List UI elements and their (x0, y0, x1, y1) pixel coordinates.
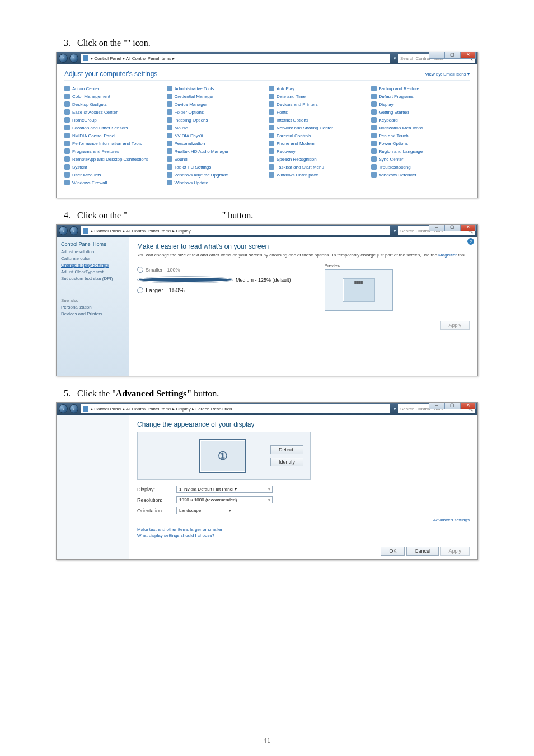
cp-item-notification-area-icons[interactable]: Notification Area Icons (371, 124, 470, 131)
sidebar-item-custom-dpi[interactable]: Set custom text size (DPI) (61, 276, 124, 281)
close-button[interactable]: ✕ (460, 224, 476, 231)
forward-button[interactable]: › (69, 54, 78, 63)
cp-item-date-and-time[interactable]: Date and Time (269, 93, 368, 100)
cp-item-tablet-pc-settings[interactable]: Tablet PC Settings (167, 164, 266, 170)
cp-item-device-manager[interactable]: Device Manager (167, 101, 266, 108)
cp-item-folder-options[interactable]: Folder Options (167, 109, 266, 115)
minimize-button[interactable]: – (429, 52, 444, 59)
help-icon[interactable]: ? (467, 238, 474, 245)
cp-item-windows-anytime-upgrade[interactable]: Windows Anytime Upgrade (167, 171, 266, 178)
radio-larger[interactable]: Larger - 150% (137, 287, 291, 293)
monitor-1[interactable]: ① (199, 439, 246, 473)
cp-item-color-management[interactable]: Color Management (64, 93, 163, 100)
minimize-button[interactable]: – (429, 402, 444, 409)
cp-item-homegroup[interactable]: HomeGroup (64, 116, 163, 123)
resolution-select[interactable]: 1920 × 1080 (recommended) (176, 496, 273, 503)
cp-item-pen-and-touch[interactable]: Pen and Touch (371, 132, 470, 139)
cp-item-windows-defender[interactable]: Windows Defender (371, 171, 470, 178)
apply-button[interactable]: Apply (440, 321, 470, 330)
cp-item-backup-and-restore[interactable]: Backup and Restore (371, 85, 470, 92)
cp-item-internet-options[interactable]: Internet Options (269, 116, 368, 123)
cp-item-remoteapp-and-desktop-connections[interactable]: RemoteApp and Desktop Connections (64, 156, 163, 162)
cp-item-network-and-sharing-center[interactable]: Network and Sharing Center (269, 124, 368, 131)
cp-item-personalization[interactable]: Personalization (167, 140, 266, 147)
maximize-button[interactable]: ▢ (444, 224, 460, 231)
cp-item-label: Troubleshooting (379, 165, 411, 170)
cp-item-default-programs[interactable]: Default Programs (371, 93, 470, 100)
advanced-settings-link[interactable]: Advanced settings (137, 517, 470, 522)
cp-icon (167, 156, 172, 162)
identify-button[interactable]: Identify (270, 458, 303, 466)
cp-item-phone-and-modem[interactable]: Phone and Modem (269, 140, 368, 147)
cp-item-indexing-options[interactable]: Indexing Options (167, 116, 266, 123)
display-select[interactable]: 1. Nvidia Default Flat Panel ▾ (176, 486, 273, 493)
cp-item-fonts[interactable]: Fonts (269, 109, 368, 115)
cp-item-system[interactable]: System (64, 164, 163, 170)
cp-item-autoplay[interactable]: AutoPlay (269, 85, 368, 92)
cp-item-taskbar-and-start-menu[interactable]: Taskbar and Start Menu (269, 164, 368, 170)
cp-item-getting-started[interactable]: Getting Started (371, 109, 470, 115)
cp-item-realtek-hd-audio-manager[interactable]: Realtek HD Audio Manager (167, 148, 266, 155)
cp-item-desktop-gadgets[interactable]: Desktop Gadgets (64, 101, 163, 108)
breadcrumb[interactable]: ▸ Control Panel ▸ All Control Panel Item… (81, 226, 390, 235)
radio-medium[interactable]: Medium - 125% (default) (137, 276, 291, 283)
view-by[interactable]: View by: Small icons ▾ (425, 72, 470, 77)
close-button[interactable]: ✕ (460, 402, 476, 409)
sidebar-home[interactable]: Control Panel Home (61, 241, 124, 247)
cp-item-windows-cardspace[interactable]: Windows CardSpace (269, 171, 368, 178)
cp-item-devices-and-printers[interactable]: Devices and Printers (269, 101, 368, 108)
magnifier-link[interactable]: Magnifier (438, 253, 457, 258)
cp-item-programs-and-features[interactable]: Programs and Features (64, 148, 163, 155)
cp-item-recovery[interactable]: Recovery (269, 148, 368, 155)
back-button[interactable]: ‹ (59, 54, 68, 63)
forward-button[interactable]: › (69, 404, 78, 413)
back-button[interactable]: ‹ (59, 226, 68, 235)
cp-item-troubleshooting[interactable]: Troubleshooting (371, 164, 470, 170)
cp-item-speech-recognition[interactable]: Speech Recognition (269, 156, 368, 162)
cp-item-windows-update[interactable]: Windows Update (167, 179, 266, 186)
forward-button[interactable]: › (69, 226, 78, 235)
cp-item-credential-manager[interactable]: Credential Manager (167, 93, 266, 100)
cp-item-ease-of-access-center[interactable]: Ease of Access Center (64, 109, 163, 115)
cp-item-parental-controls[interactable]: Parental Controls (269, 132, 368, 139)
cp-item-region-and-language[interactable]: Region and Language (371, 148, 470, 155)
ok-button[interactable]: OK (381, 547, 405, 556)
cp-item-mouse[interactable]: Mouse (167, 124, 266, 131)
cp-item-administrative-tools[interactable]: Administrative Tools (167, 85, 266, 92)
cp-item-label: Ease of Access Center (72, 110, 118, 115)
cp-item-keyboard[interactable]: Keyboard (371, 116, 470, 123)
cp-item-windows-firewall[interactable]: Windows Firewall (64, 179, 163, 186)
sidebar-item-change-display-settings[interactable]: Change display settings (61, 263, 124, 268)
sidebar-item-calibrate-color[interactable]: Calibrate color (61, 256, 124, 261)
breadcrumb[interactable]: ▸ Control Panel ▸ All Control Panel Item… (81, 404, 390, 413)
sidebar-item-cleartype[interactable]: Adjust ClearType text (61, 269, 124, 274)
apply-button[interactable]: Apply (440, 547, 470, 556)
link-larger-text[interactable]: Make text and other items larger or smal… (137, 527, 470, 532)
sidebar-item-personalization[interactable]: Personalization (61, 305, 124, 310)
minimize-button[interactable]: – (429, 224, 444, 231)
cp-item-performance-information-and-tools[interactable]: Performance Information and Tools (64, 140, 163, 147)
cp-icon (64, 86, 70, 91)
sidebar-item-devices-printers[interactable]: Devices and Printers (61, 311, 124, 316)
cp-item-user-accounts[interactable]: User Accounts (64, 171, 163, 178)
cp-item-display[interactable]: Display (371, 101, 470, 108)
cp-item-sync-center[interactable]: Sync Center (371, 156, 470, 162)
cp-item-nvidia-control-panel[interactable]: NVIDIA Control Panel (64, 132, 163, 139)
cp-item-sound[interactable]: Sound (167, 156, 266, 162)
detect-button[interactable]: Detect (270, 445, 303, 454)
maximize-button[interactable]: ▢ (444, 52, 460, 59)
cp-item-power-options[interactable]: Power Options (371, 140, 470, 147)
cp-item-action-center[interactable]: Action Center (64, 85, 163, 92)
maximize-button[interactable]: ▢ (444, 402, 460, 409)
sidebar-item-adjust-resolution[interactable]: Adjust resolution (61, 249, 124, 254)
cp-item-nvidia-physx[interactable]: NVIDIA PhysX (167, 132, 266, 139)
back-button[interactable]: ‹ (59, 404, 68, 413)
cancel-button[interactable]: Cancel (406, 547, 439, 556)
close-button[interactable]: ✕ (460, 52, 476, 59)
cp-item-location-and-other-sensors[interactable]: Location and Other Sensors (64, 124, 163, 131)
breadcrumb[interactable]: ▸ Control Panel ▸ All Control Panel Item… (81, 54, 390, 63)
cp-item-label: Keyboard (379, 118, 398, 123)
radio-smaller[interactable]: Smaller - 100% (137, 267, 291, 273)
orientation-select[interactable]: Landscape (176, 507, 233, 514)
link-what-settings[interactable]: What display settings should I choose? (137, 533, 470, 538)
